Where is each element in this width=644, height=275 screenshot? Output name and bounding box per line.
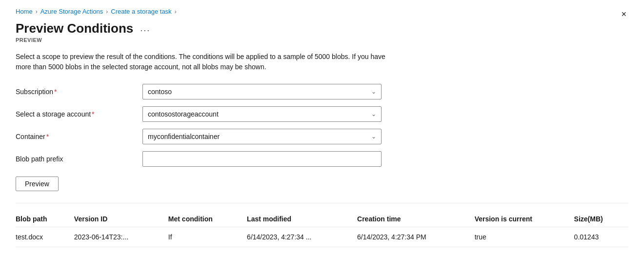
breadcrumb-create-storage-task[interactable]: Create a storage task xyxy=(111,8,171,15)
breadcrumb: Home › Azure Storage Actions › Create a … xyxy=(16,8,628,15)
storage-account-select[interactable]: contosostorageaccount ⌄ xyxy=(142,106,382,122)
preview-button[interactable]: Preview xyxy=(16,177,59,191)
page-title: Preview Conditions xyxy=(16,21,133,36)
container-row: Container* myconfidentialcontainer ⌄ xyxy=(16,129,421,144)
subscription-chevron-icon: ⌄ xyxy=(371,88,376,95)
subscription-row: Subscription* contoso ⌄ xyxy=(16,84,421,99)
table-header: Blob path Version ID Met condition Last … xyxy=(16,211,628,227)
col-version-is-current: Version is current xyxy=(475,211,574,227)
subscription-select[interactable]: contoso ⌄ xyxy=(142,84,382,99)
cell-version-is-current: true xyxy=(475,227,574,247)
blob-path-prefix-label: Blob path prefix xyxy=(16,155,142,163)
container-chevron-icon: ⌄ xyxy=(371,133,376,140)
col-size-mb: Size(MB) xyxy=(574,211,628,227)
subscription-value: contoso xyxy=(148,88,172,96)
cell-met-condition: If xyxy=(168,227,247,247)
breadcrumb-sep-3: › xyxy=(175,8,177,15)
blob-path-prefix-input[interactable] xyxy=(142,151,382,167)
container-label: Container* xyxy=(16,133,142,140)
breadcrumb-sep-2: › xyxy=(106,8,108,15)
close-button[interactable]: × xyxy=(619,8,628,20)
subscription-control: contoso ⌄ xyxy=(142,84,382,99)
storage-account-chevron-icon: ⌄ xyxy=(371,111,376,118)
storage-account-row: Select a storage account* contosostorage… xyxy=(16,106,421,122)
cell-last-modified: 6/14/2023, 4:27:34 ... xyxy=(247,227,357,247)
table-row: test.docx 2023-06-14T23:... If 6/14/2023… xyxy=(16,227,628,247)
results-table: Blob path Version ID Met condition Last … xyxy=(16,211,628,247)
storage-account-label: Select a storage account* xyxy=(16,110,142,118)
col-blob-path: Blob path xyxy=(16,211,74,227)
cell-size-mb: 0.01243 xyxy=(574,227,628,247)
container-value: myconfidentialcontainer xyxy=(148,133,220,140)
container-select[interactable]: myconfidentialcontainer ⌄ xyxy=(142,129,382,144)
col-last-modified: Last modified xyxy=(247,211,357,227)
page-description: Select a scope to preview the result of … xyxy=(16,52,396,72)
table-section: Blob path Version ID Met condition Last … xyxy=(16,211,628,247)
blob-path-prefix-control xyxy=(142,151,382,167)
breadcrumb-home[interactable]: Home xyxy=(16,8,33,15)
table-body: test.docx 2023-06-14T23:... If 6/14/2023… xyxy=(16,227,628,247)
cell-creation-time: 6/14/2023, 4:27:34 PM xyxy=(357,227,475,247)
preview-badge: PREVIEW xyxy=(16,37,628,43)
breadcrumb-sep-1: › xyxy=(36,8,38,15)
container-control: myconfidentialcontainer ⌄ xyxy=(142,129,382,144)
table-header-row: Blob path Version ID Met condition Last … xyxy=(16,211,628,227)
subscription-label: Subscription* xyxy=(16,88,142,96)
ellipsis-button[interactable]: ... xyxy=(138,23,152,34)
cell-blob-path: test.docx xyxy=(16,227,74,247)
form-section: Subscription* contoso ⌄ Select a storage… xyxy=(16,84,421,167)
breadcrumb-azure-storage-actions[interactable]: Azure Storage Actions xyxy=(40,8,103,15)
blob-path-prefix-row: Blob path prefix xyxy=(16,151,421,167)
col-version-id: Version ID xyxy=(74,211,168,227)
storage-account-value: contosostorageaccount xyxy=(148,110,219,118)
col-met-condition: Met condition xyxy=(168,211,247,227)
page-title-container: Preview Conditions ... xyxy=(16,21,628,36)
cell-version-id: 2023-06-14T23:... xyxy=(74,227,168,247)
col-creation-time: Creation time xyxy=(357,211,475,227)
storage-account-control: contosostorageaccount ⌄ xyxy=(142,106,382,122)
section-divider xyxy=(16,203,628,203)
